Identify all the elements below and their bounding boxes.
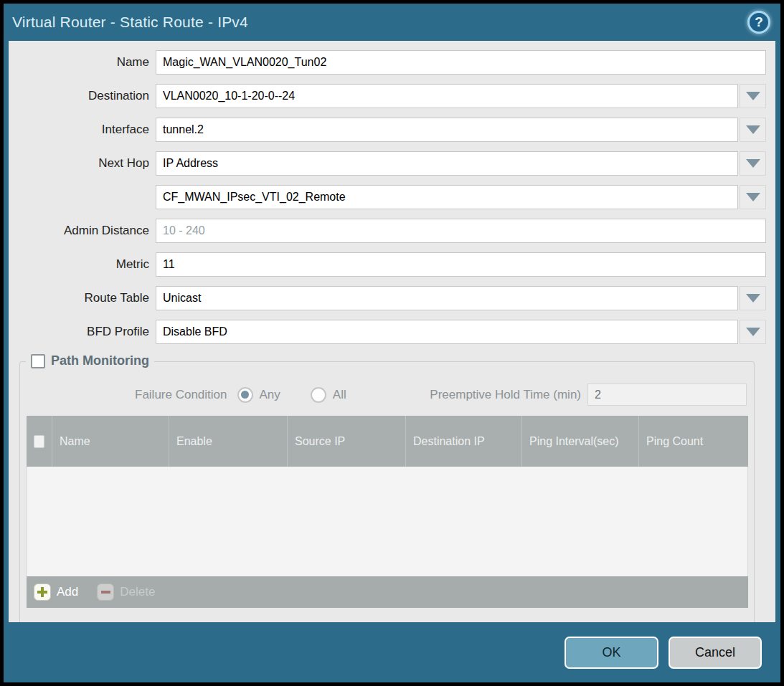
next-hop-label: Next Hop — [9, 156, 156, 171]
route-table-label: Route Table — [9, 291, 156, 305]
delete-button[interactable]: Delete — [97, 583, 155, 601]
table-header-row: Name Enable Source IP Destination IP Pin… — [27, 416, 748, 467]
dialog-titlebar: Virtual Router - Static Route - IPv4 ? — [4, 4, 780, 41]
route-table-dropdown-button[interactable] — [740, 286, 766, 310]
dialog-footer: OK Cancel — [4, 622, 780, 682]
failure-all-radio[interactable] — [311, 387, 326, 403]
select-all-checkbox[interactable] — [34, 435, 44, 448]
interface-dropdown-button[interactable] — [740, 118, 766, 142]
next-hop-type-input[interactable] — [156, 151, 738, 176]
name-input[interactable] — [156, 50, 766, 75]
failure-condition-row: Failure Condition Any All Preemptive Hol… — [135, 384, 747, 406]
ok-button[interactable]: OK — [565, 637, 658, 669]
chevron-down-icon — [746, 125, 760, 134]
bfd-profile-input[interactable] — [156, 320, 738, 344]
column-header-enable[interactable]: Enable — [169, 416, 287, 467]
next-hop-address-dropdown-button[interactable] — [740, 185, 766, 209]
admin-distance-label: Admin Distance — [9, 224, 156, 238]
metric-row: Metric — [9, 252, 766, 277]
table-body-empty — [27, 467, 748, 576]
chevron-down-icon — [746, 193, 760, 201]
next-hop-row: Next Hop — [9, 151, 766, 176]
preemptive-hold-group: Preemptive Hold Time (min) — [430, 384, 747, 406]
name-label: Name — [9, 55, 156, 70]
help-icon[interactable]: ? — [747, 11, 770, 34]
path-monitoring-section: Path Monitoring Failure Condition Any Al… — [19, 361, 755, 622]
chevron-down-icon — [746, 92, 760, 100]
interface-row: Interface — [9, 118, 766, 142]
interface-label: Interface — [9, 123, 156, 137]
metric-input[interactable] — [156, 252, 766, 277]
column-header-destination-ip[interactable]: Destination IP — [405, 416, 521, 467]
failure-all-label: All — [333, 388, 346, 402]
select-all-cell — [27, 416, 52, 467]
static-route-dialog: Virtual Router - Static Route - IPv4 ? N… — [4, 4, 780, 682]
add-icon — [34, 583, 51, 601]
path-monitoring-checkbox[interactable] — [31, 354, 45, 368]
cancel-button[interactable]: Cancel — [669, 637, 762, 669]
admin-distance-input[interactable] — [156, 219, 766, 243]
failure-condition-label: Failure Condition — [135, 388, 227, 402]
route-table-input[interactable] — [156, 286, 738, 310]
add-button[interactable]: Add — [34, 583, 78, 601]
chevron-down-icon — [746, 159, 760, 168]
column-header-ping-interval[interactable]: Ping Interval(sec) — [521, 416, 638, 467]
column-header-ping-count[interactable]: Ping Count — [638, 416, 748, 467]
chevron-down-icon — [746, 294, 760, 302]
destination-label: Destination — [9, 89, 156, 103]
bfd-profile-dropdown-button[interactable] — [740, 320, 766, 344]
next-hop-address-input[interactable] — [156, 185, 738, 209]
screenshot-frame: Virtual Router - Static Route - IPv4 ? N… — [0, 0, 784, 686]
preemptive-hold-label: Preemptive Hold Time (min) — [430, 388, 581, 402]
failure-any-radio[interactable] — [237, 387, 253, 403]
next-hop-address-row — [9, 185, 766, 209]
destination-dropdown-button[interactable] — [740, 84, 766, 108]
column-header-name[interactable]: Name — [52, 416, 169, 467]
add-button-label: Add — [57, 585, 78, 599]
dialog-title: Virtual Router - Static Route - IPv4 — [12, 14, 248, 31]
metric-label: Metric — [9, 257, 156, 272]
path-monitoring-table: Name Enable Source IP Destination IP Pin… — [27, 416, 748, 608]
path-monitoring-title: Path Monitoring — [51, 353, 149, 368]
delete-button-label: Delete — [120, 585, 155, 599]
interface-input[interactable] — [156, 118, 738, 142]
destination-input[interactable] — [156, 84, 738, 108]
path-monitoring-legend: Path Monitoring — [26, 353, 154, 368]
next-hop-type-dropdown-button[interactable] — [740, 151, 766, 176]
bfd-profile-label: BFD Profile — [9, 325, 156, 339]
admin-distance-row: Admin Distance — [9, 219, 766, 243]
bfd-profile-row: BFD Profile — [9, 320, 766, 344]
column-header-source-ip[interactable]: Source IP — [287, 416, 405, 467]
dialog-body: Name Destination Interface — [9, 41, 775, 622]
route-table-row: Route Table — [9, 286, 766, 310]
name-row: Name — [9, 50, 766, 75]
delete-icon — [97, 583, 114, 601]
chevron-down-icon — [746, 328, 760, 336]
preemptive-hold-input[interactable] — [587, 384, 747, 406]
table-toolbar: Add Delete — [27, 576, 748, 608]
failure-any-label: Any — [260, 388, 280, 402]
destination-row: Destination — [9, 84, 766, 108]
